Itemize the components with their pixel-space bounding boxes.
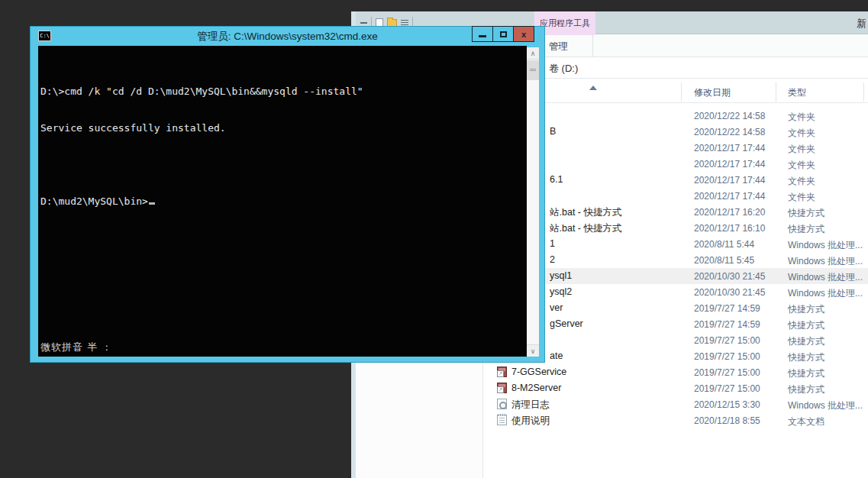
scrollbar-grip-icon [530,69,536,73]
file-name: 1 [550,238,555,249]
file-type: 快捷方式 [788,303,824,316]
file-date: 2019/7/27 15:00 [694,335,760,346]
scrollbar-thumb[interactable] [527,60,539,80]
file-date: 2019/7/27 14:59 [694,319,760,330]
file-type: 快捷方式 [788,335,824,348]
tab-separator [592,35,593,57]
file-row[interactable]: 使用说明 2020/12/18 8:55 文本文档 [484,412,868,428]
file-type: 文件夹 [788,159,815,172]
file-name: ysql2 [550,286,572,297]
close-button[interactable]: x [513,26,534,42]
file-date: 2020/12/17 17:44 [694,191,765,202]
cmd-titlebar[interactable]: C:\ 管理员: C:\Windows\system32\cmd.exe x [31,27,544,46]
file-type: 快捷方式 [788,319,824,332]
file-date: 2020/12/18 8:55 [694,415,760,426]
file-type: 快捷方式 [788,367,824,380]
file-date: 2019/7/27 15:00 [694,351,760,362]
file-row[interactable]: 清理日志 2020/12/15 3:30 Windows 批处理... [484,396,868,412]
minimize-ribbon-icon[interactable] [360,22,367,24]
cmd-window-title: 管理员: C:\Windows\system32\cmd.exe [31,30,544,44]
tab-manage[interactable]: 管理 [549,40,568,53]
file-name: 使用说明 [511,415,550,428]
properties-icon[interactable] [401,20,408,26]
file-date: 2020/10/30 21:45 [694,287,765,298]
file-row[interactable]: 8-M2Server 2019/7/27 15:00 快捷方式 [484,380,868,396]
file-type: 文件夹 [788,175,815,188]
file-type: Windows 批处理... [788,399,863,412]
file-date: 2020/8/11 5:45 [694,255,754,266]
file-name: ate [550,350,563,361]
maximize-button[interactable] [492,26,514,42]
file-type: 文件夹 [788,127,815,140]
scroll-up-icon[interactable]: ∧ [527,47,539,60]
cmd-window: C:\ 管理员: C:\Windows\system32\cmd.exe x D… [31,27,544,362]
file-date: 2020/12/17 16:10 [694,223,765,234]
column-separator[interactable] [863,82,864,102]
folder-icon[interactable] [387,19,397,27]
ime-status-indicator: 微软拼音 半 ： [40,341,112,354]
file-type-icon [497,415,507,425]
file-date: 2020/12/17 17:44 [694,159,765,170]
file-date: 2020/8/11 5:44 [694,239,754,250]
file-type: 快捷方式 [788,383,824,396]
file-name: ysql1 [550,270,572,281]
file-type: Windows 批处理... [788,287,863,300]
file-type: 文件夹 [788,143,815,156]
file-date: 2019/7/27 15:00 [694,367,760,378]
file-date: 2020/12/22 14:58 [694,127,765,137]
minimize-icon [479,35,486,37]
file-row[interactable]: 7-GGService 2019/7/27 15:00 快捷方式 [484,364,868,380]
file-type-icon [497,383,507,393]
file-name: ver [550,302,563,313]
file-type: Windows 批处理... [788,255,863,268]
file-type: 快捷方式 [788,207,824,220]
file-date: 2020/12/17 17:44 [694,143,765,153]
column-separator[interactable] [681,82,682,102]
file-type: 文本文档 [788,415,824,428]
console-scrollbar[interactable]: ∧ ∨ [527,47,539,357]
console-text: D:\>cmd /k "cd /d D:\mud2\MySQL\bin&&mys… [38,46,527,232]
file-type: 文件夹 [788,111,815,124]
file-type: Windows 批处理... [788,239,863,252]
console-prompt-line: D:\mud2\MySQL\bin> [40,195,525,208]
file-name: B [550,126,556,137]
column-header-type[interactable]: 类型 [788,86,806,99]
file-type: 文件夹 [788,191,815,204]
file-date: 2020/12/17 17:44 [694,175,765,186]
sort-ascending-icon [589,86,597,90]
console-prompt: D:\mud2\MySQL\bin> [40,195,148,207]
column-header-date[interactable]: 修改日期 [694,86,731,99]
file-date: 2020/12/15 3:30 [694,399,760,410]
file-name: gServer [550,318,583,329]
file-date: 2020/10/30 21:45 [694,271,765,282]
file-name: 清理日志 [511,399,550,412]
file-name: 站.bat - 快捷方式 [550,222,621,235]
console-line: D:\>cmd /k "cd /d D:\mud2\MySQL\bin&&mys… [40,86,525,98]
console-output[interactable]: D:\>cmd /k "cd /d D:\mud2\MySQL\bin&&mys… [38,46,527,357]
minimize-button[interactable] [472,26,493,42]
text-cursor [149,202,155,205]
address-path: 卷 (D:) [549,62,578,76]
file-name: 6.1 [550,174,563,185]
file-name: 7-GGService [511,367,566,377]
maximize-icon [500,31,507,37]
scroll-down-icon[interactable]: ∨ [527,344,539,357]
console-line: Service successfully installed. [40,122,525,134]
file-type: 快捷方式 [788,223,824,236]
console-line [40,159,525,171]
explorer-window-title: 新 [857,17,866,31]
file-date: 2019/7/27 14:59 [694,303,760,314]
file-name: 8-M2Server [511,383,561,393]
file-type-icon [497,399,507,409]
file-date: 2020/12/17 16:20 [694,207,765,218]
file-date: 2019/7/27 15:00 [694,383,760,394]
column-separator[interactable] [776,82,776,102]
file-type: 快捷方式 [788,351,824,364]
file-date: 2020/12/22 14:58 [694,111,765,121]
file-name: 2 [550,254,555,265]
file-type: Windows 批处理... [788,271,863,284]
new-item-icon[interactable] [376,18,383,27]
file-name: 站.bat - 快捷方式 [550,206,621,219]
window-controls: x [473,26,534,42]
file-type-icon [497,367,507,377]
